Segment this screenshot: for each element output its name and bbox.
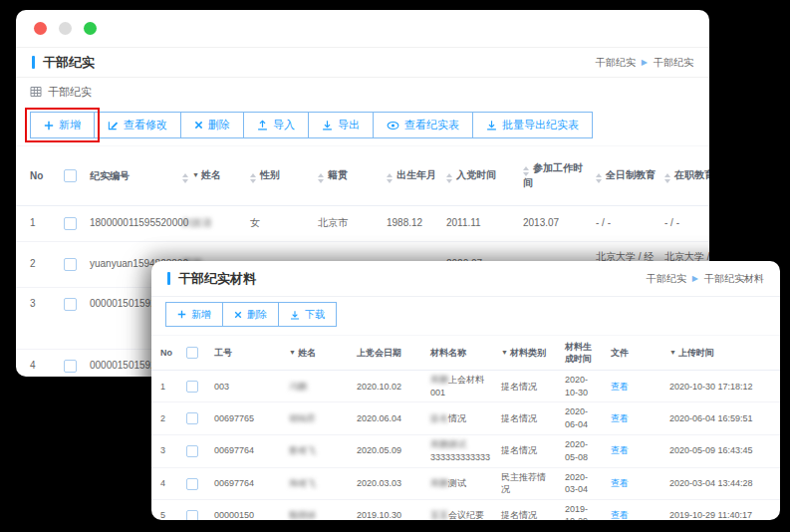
cell-select	[179, 402, 207, 434]
row-checkbox[interactable]	[186, 381, 198, 393]
cell-material-name: 某某会议纪要	[423, 499, 494, 520]
plus-icon	[44, 121, 54, 131]
import-button[interactable]: 导入	[243, 112, 309, 138]
delete-button[interactable]: 删除	[222, 302, 279, 327]
col-upload-time: ▼上传时间	[662, 336, 780, 371]
x-icon	[234, 311, 242, 319]
breadcrumb-parent[interactable]: 干部纪实	[647, 272, 686, 286]
cell-material-name: 周鹏测试	[423, 467, 494, 499]
cell-file: 查看	[604, 371, 662, 402]
row-checkbox[interactable]	[64, 360, 77, 373]
page-header: 干部纪实 干部纪实 ▶ 干部纪实	[16, 48, 709, 78]
breadcrumb-arrow-icon: ▶	[692, 275, 698, 283]
sort-icon[interactable]	[387, 173, 393, 183]
filter-icon[interactable]: ▼	[289, 349, 296, 356]
cell-generate-time: 2020-06-04	[558, 402, 604, 434]
view-sheet-label: 查看纪实表	[404, 118, 459, 133]
row-checkbox[interactable]	[186, 510, 198, 520]
sort-icon[interactable]	[182, 173, 188, 183]
add-button[interactable]: 新增	[30, 112, 95, 138]
title-accent-bar	[32, 56, 35, 69]
col-job-no: 工号	[207, 336, 282, 371]
cell-no: 5	[151, 499, 179, 520]
export-button[interactable]: 导出	[308, 112, 374, 138]
cell-job-no: 003	[207, 371, 282, 402]
sort-icon[interactable]	[664, 173, 670, 183]
add-button[interactable]: 新增	[165, 302, 223, 327]
view-file-link[interactable]: 查看	[611, 510, 629, 520]
sort-icon[interactable]	[318, 173, 324, 183]
cell-onjob-edu: - / -	[660, 206, 709, 242]
delete-label: 删除	[247, 308, 267, 322]
delete-button[interactable]: 删除	[180, 112, 244, 138]
delete-label: 删除	[208, 118, 230, 133]
sort-icon[interactable]	[523, 166, 529, 176]
cell-name: 冯鹏	[282, 371, 350, 402]
row-checkbox[interactable]	[186, 412, 198, 424]
row-checkbox[interactable]	[64, 217, 77, 230]
col-onjob-edu: 在职教育	[660, 146, 709, 206]
traffic-light-zoom[interactable]	[84, 22, 97, 35]
download-icon	[290, 310, 300, 320]
download-button[interactable]: 下载	[278, 302, 337, 327]
batch-export-button[interactable]: 批量导出纪实表	[472, 112, 593, 138]
table-row: 5 00000150 魏丽娟 2019.10.30 某某会议纪要 提名情况 20…	[151, 499, 780, 520]
cell-no: 4	[151, 467, 179, 499]
cell-party-join: 2011.11	[442, 206, 519, 242]
row-checkbox[interactable]	[64, 258, 77, 271]
row-checkbox[interactable]	[186, 478, 198, 490]
col-fulltime-edu: 全日制教育	[592, 146, 660, 206]
filter-icon[interactable]: ▼	[192, 171, 199, 178]
sort-icon[interactable]	[250, 173, 256, 183]
page-title-text: 干部纪实	[43, 54, 95, 72]
col-generate-time: 材料生成时间	[558, 336, 604, 371]
table-row: 1 180000011595520000 刘发语 女 北京市 1988.12 2…	[16, 206, 709, 242]
select-all-checkbox[interactable]	[64, 169, 77, 182]
view-sheet-button[interactable]: 查看纪实表	[373, 112, 473, 138]
sort-icon[interactable]	[596, 173, 602, 183]
view-edit-button[interactable]: 查看修改	[94, 112, 181, 138]
cell-record-id: 180000011595520000	[86, 206, 178, 242]
cell-generate-time: 2020-03-04	[558, 467, 604, 499]
cell-select	[179, 371, 207, 402]
table-row: 3 00697764 楚雄飞 2020.05.09 周鹏测试3333333333…	[151, 434, 780, 467]
col-native-place: 籍贯	[314, 146, 383, 206]
cell-file: 查看	[604, 402, 662, 434]
cell-select	[60, 288, 86, 350]
filter-icon[interactable]: ▼	[501, 349, 508, 356]
cell-material-type: 提名情况	[494, 434, 558, 467]
cell-select	[60, 350, 86, 378]
view-file-link[interactable]: 查看	[611, 413, 629, 423]
breadcrumb: 干部纪实 ▶ 干部纪实	[596, 56, 693, 70]
breadcrumb-parent[interactable]: 干部纪实	[596, 56, 636, 70]
import-label: 导入	[273, 118, 295, 133]
cell-meeting-date: 2020.03.03	[350, 467, 423, 499]
toolbar: 新增 查看修改 删除 导入 导出 查看纪实表 批量导出纪实表	[16, 106, 709, 145]
view-file-link[interactable]: 查看	[611, 445, 629, 455]
filter-icon[interactable]: ▼	[669, 349, 676, 356]
col-party-join: 入党时间	[442, 146, 519, 206]
sort-icon[interactable]	[446, 173, 452, 183]
download-icon	[322, 120, 333, 131]
select-all-checkbox[interactable]	[186, 347, 198, 359]
cell-select	[60, 206, 86, 242]
traffic-light-close[interactable]	[34, 22, 47, 35]
cell-upload-time: 2019-10-29 11:40:17	[662, 499, 780, 520]
cell-name: 胡灿弈	[282, 402, 350, 434]
table-caption: 干部纪实	[16, 78, 709, 106]
cell-select	[179, 499, 207, 520]
table-row: 4 00697764 海雄飞 2020.03.03 周鹏测试 民主推荐情况 20…	[151, 467, 780, 499]
cell-generate-time: 2019-10-29	[558, 499, 604, 520]
material-table-wrap: No 工号 ▼姓名 上党会日期 材料名称 ▼材料类别 材料生成时间 文件 ▼上传…	[151, 335, 780, 520]
page-header: 干部纪实材料 干部纪实 ▶ 干部纪实材料	[151, 261, 780, 297]
cell-meeting-date: 2020.05.09	[350, 434, 423, 467]
cell-job-no: 00000150	[207, 499, 282, 520]
traffic-light-minimize[interactable]	[59, 22, 72, 35]
export-label: 导出	[338, 118, 360, 133]
col-material-type: ▼材料类别	[494, 336, 558, 371]
row-checkbox[interactable]	[186, 445, 198, 457]
row-checkbox[interactable]	[64, 298, 77, 311]
cell-name: 海雄飞	[282, 467, 350, 499]
view-file-link[interactable]: 查看	[611, 478, 629, 488]
view-file-link[interactable]: 查看	[611, 382, 629, 392]
